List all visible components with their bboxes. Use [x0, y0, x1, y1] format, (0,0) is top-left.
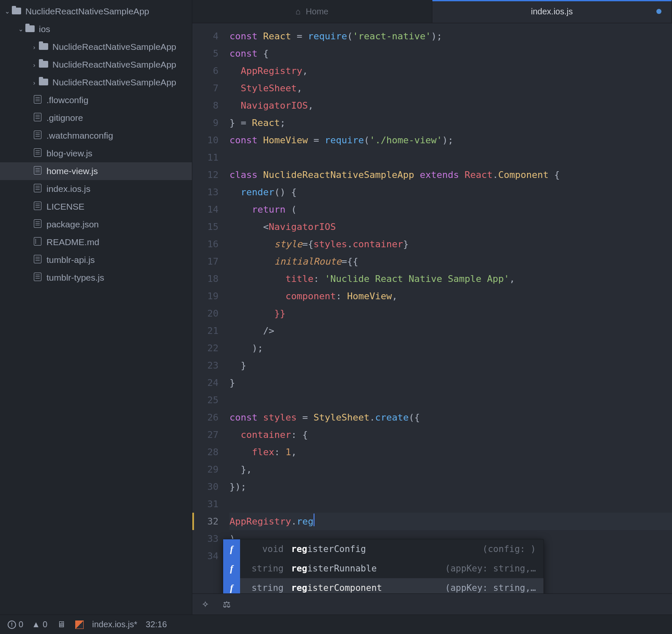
folder-icon	[38, 42, 49, 52]
line-number: 6	[192, 62, 219, 79]
status-bar: ! 0 ▲ 0 🖥 index.ios.js* 32:16	[0, 615, 672, 634]
tab-label: index.ios.js	[531, 7, 573, 16]
error-count[interactable]: ! 0	[8, 620, 23, 629]
code-line[interactable]: class NuclideReactNativeSampleApp extend…	[229, 166, 672, 183]
file-icon	[32, 166, 43, 177]
tree-file-label: tumblr-types.js	[46, 273, 104, 283]
tree-file[interactable]: blog-view.js	[0, 145, 192, 162]
line-number: 29	[192, 461, 219, 478]
autocomplete-item[interactable]: fvoidregisterConfig(config: )	[223, 539, 544, 559]
line-number: 10	[192, 131, 219, 149]
tree-folder[interactable]: ›NuclideReactNativeSampleApp	[0, 74, 192, 91]
code-line[interactable]: );	[229, 339, 672, 357]
code-line[interactable]	[229, 495, 672, 513]
code-line[interactable]: render() {	[229, 183, 672, 201]
code-line[interactable]: }}	[229, 305, 672, 322]
tree-file[interactable]: LICENSE	[0, 198, 192, 216]
tree-file[interactable]: home-view.js	[0, 162, 192, 180]
chevron-right-icon: ›	[30, 79, 38, 86]
code-line[interactable]: />	[229, 322, 672, 339]
tree-file[interactable]: .gitignore	[0, 109, 192, 127]
code-line[interactable]	[229, 391, 672, 409]
code-content[interactable]: const React = require('react-native');co…	[226, 23, 672, 593]
code-line[interactable]: title: 'Nuclide React Native Sample App'…	[229, 270, 672, 287]
terminal-icon[interactable]: 🖥	[56, 619, 67, 630]
tree-file[interactable]: README.md	[0, 233, 192, 251]
tree-file-label: README.md	[46, 237, 99, 247]
status-filename[interactable]: index.ios.js*	[92, 620, 137, 629]
line-number: 23	[192, 357, 219, 374]
code-line[interactable]: },	[229, 461, 672, 478]
function-badge-icon: f	[223, 539, 240, 559]
line-number: 7	[192, 79, 219, 97]
tree-file[interactable]: .watchmanconfig	[0, 127, 192, 145]
tree-file-label: home-view.js	[46, 166, 98, 176]
code-line[interactable]: const styles = StyleSheet.create({	[229, 409, 672, 426]
line-number: 27	[192, 426, 219, 443]
tree-folder[interactable]: ›NuclideReactNativeSampleApp	[0, 38, 192, 56]
autocomplete-popup[interactable]: fvoidregisterConfig(config: )fstringregi…	[223, 539, 544, 593]
warning-count[interactable]: ▲ 0	[32, 620, 47, 629]
tree-file[interactable]: .flowconfig	[0, 91, 192, 109]
file-icon	[32, 95, 43, 106]
autocomplete-signature: (config: )	[483, 544, 536, 554]
code-line[interactable]: StyleSheet,	[229, 79, 672, 97]
code-line[interactable]: });	[229, 478, 672, 495]
autocomplete-item[interactable]: fstringregisterRunnable(appKey: string,…	[223, 559, 544, 578]
tree-file-label: tumblr-api.js	[46, 255, 95, 265]
balance-icon[interactable]: ⚖	[221, 599, 232, 610]
code-line[interactable]: container: {	[229, 426, 672, 443]
code-line[interactable]: }	[229, 374, 672, 391]
tree-folder[interactable]: ›NuclideReactNativeSampleApp	[0, 56, 192, 74]
code-line[interactable]: } = React;	[229, 114, 672, 131]
code-line[interactable]: return (	[229, 201, 672, 218]
code-line[interactable]: }	[229, 357, 672, 374]
folder-icon	[11, 6, 22, 16]
code-line[interactable]: component: HomeView,	[229, 287, 672, 305]
code-line[interactable]: const React = require('react-native');	[229, 27, 672, 45]
code-line[interactable]: NavigatorIOS,	[229, 97, 672, 114]
file-icon	[32, 131, 43, 141]
warning-icon: ▲	[32, 620, 40, 629]
tree-file[interactable]: index.ios.js	[0, 180, 192, 198]
code-line[interactable]: <NavigatorIOS	[229, 218, 672, 235]
tree-file[interactable]: tumblr-api.js	[0, 251, 192, 269]
tree-file[interactable]: package.json	[0, 216, 192, 233]
tab-index-ios[interactable]: index.ios.js	[432, 0, 672, 23]
autocomplete-item[interactable]: fstringregisterComponent(appKey: string,…	[223, 578, 544, 593]
line-number: 31	[192, 495, 219, 513]
code-line[interactable]: const HomeView = require('./home-view');	[229, 131, 672, 149]
tree-file-label: index.ios.js	[46, 184, 90, 194]
file-tree[interactable]: ⌄ NuclideReactNativeSampleApp ⌄ ios ›Nuc…	[0, 0, 192, 615]
tree-root-label: NuclideReactNativeSampleApp	[25, 6, 149, 16]
code-line[interactable]: const {	[229, 45, 672, 62]
code-line[interactable]	[229, 149, 672, 166]
code-line[interactable]: style={styles.container}	[229, 235, 672, 253]
code-line[interactable]: AppRegistry,	[229, 62, 672, 79]
tree-file[interactable]: tumblr-types.js	[0, 269, 192, 287]
tree-file-label: package.json	[46, 219, 99, 230]
code-line[interactable]: AppRegistry.reg	[229, 513, 672, 530]
tab-bar: ⌂ Home index.ios.js	[192, 0, 672, 23]
code-line[interactable]: initialRoute={{	[229, 253, 672, 270]
line-number: 8	[192, 97, 219, 114]
code-editor[interactable]: 4567891011121314151617181920212223242526…	[192, 23, 672, 593]
debug-icon[interactable]: ✧	[200, 599, 211, 610]
file-icon	[32, 113, 43, 123]
autocomplete-return-type: string	[248, 583, 284, 593]
line-number: 33	[192, 530, 219, 547]
tree-root[interactable]: ⌄ NuclideReactNativeSampleApp	[0, 3, 192, 20]
tree-folder-ios[interactable]: ⌄ ios	[0, 20, 192, 38]
code-line[interactable]: flex: 1,	[229, 443, 672, 461]
autocomplete-signature: (appKey: string,…	[445, 563, 536, 574]
tab-home[interactable]: ⌂ Home	[192, 0, 432, 23]
color-swatch-icon[interactable]	[75, 620, 84, 629]
file-icon	[32, 202, 43, 212]
line-number: 25	[192, 391, 219, 409]
line-number: 20	[192, 305, 219, 322]
line-number-gutter: 4567891011121314151617181920212223242526…	[192, 23, 226, 593]
status-cursor-position[interactable]: 32:16	[146, 620, 167, 629]
line-number: 17	[192, 253, 219, 270]
function-badge-icon: f	[223, 559, 240, 578]
tree-file-label: .flowconfig	[46, 95, 88, 105]
